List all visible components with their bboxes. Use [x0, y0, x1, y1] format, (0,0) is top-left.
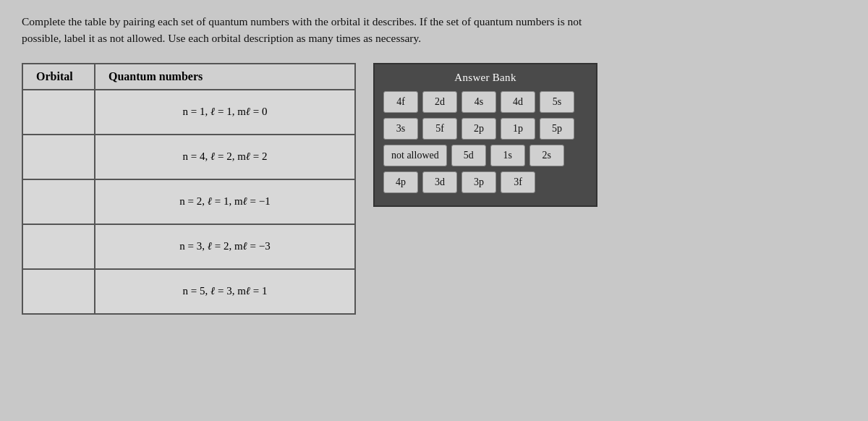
answer-tile[interactable]: 3p [461, 171, 496, 193]
orbital-cell[interactable] [22, 269, 95, 314]
answer-tile[interactable]: 3s [383, 118, 418, 140]
answer-tile[interactable]: 2p [461, 118, 496, 140]
orbital-table: Orbital Quantum numbers n = 1, ℓ = 1, mℓ… [22, 63, 356, 315]
quantum-cell: n = 4, ℓ = 2, mℓ = 2 [95, 135, 355, 179]
answer-tile[interactable]: 2d [422, 91, 457, 113]
answer-bank-title: Answer Bank [383, 72, 587, 84]
table-row: n = 5, ℓ = 3, mℓ = 1 [22, 269, 355, 314]
orbital-cell[interactable] [22, 135, 95, 179]
orbital-header: Orbital [22, 64, 95, 90]
answer-bank-row: 4p3d3p3f [383, 171, 587, 193]
answer-tile[interactable]: not allowed [383, 145, 447, 166]
answer-tile[interactable]: 4s [461, 91, 496, 113]
quantum-cell: n = 1, ℓ = 1, mℓ = 0 [95, 90, 355, 135]
quantum-cell: n = 3, ℓ = 2, mℓ = −3 [95, 224, 355, 269]
table-row: n = 1, ℓ = 1, mℓ = 0 [22, 90, 355, 135]
answer-bank-rows: 4f2d4s4d5s3s5f2p1p5pnot allowed5d1s2s4p3… [383, 91, 587, 193]
answer-tile[interactable]: 4d [501, 91, 535, 113]
answer-bank-row: not allowed5d1s2s [383, 145, 587, 166]
table-row: n = 4, ℓ = 2, mℓ = 2 [22, 135, 355, 179]
quantum-cell: n = 5, ℓ = 3, mℓ = 1 [95, 269, 355, 314]
answer-tile[interactable]: 5p [540, 118, 574, 140]
answer-tile[interactable]: 5f [422, 118, 457, 140]
answer-tile[interactable]: 1s [490, 145, 525, 166]
orbital-cell[interactable] [22, 179, 95, 224]
quantum-header: Quantum numbers [95, 64, 355, 90]
instructions: Complete the table by pairing each set o… [22, 13, 854, 47]
answer-tile[interactable]: 2s [529, 145, 564, 166]
table-row: n = 2, ℓ = 1, mℓ = −1 [22, 179, 355, 224]
quantum-cell: n = 2, ℓ = 1, mℓ = −1 [95, 179, 355, 224]
table-row: n = 3, ℓ = 2, mℓ = −3 [22, 224, 355, 269]
answer-tile[interactable]: 5d [451, 145, 486, 166]
main-layout: Orbital Quantum numbers n = 1, ℓ = 1, mℓ… [22, 63, 854, 315]
answer-bank-row: 4f2d4s4d5s [383, 91, 587, 113]
orbital-cell[interactable] [22, 224, 95, 269]
answer-tile[interactable]: 5s [540, 91, 574, 113]
answer-bank-row: 3s5f2p1p5p [383, 118, 587, 140]
answer-tile[interactable]: 4p [383, 171, 418, 193]
answer-bank: Answer Bank 4f2d4s4d5s3s5f2p1p5pnot allo… [373, 63, 597, 207]
answer-tile[interactable]: 3d [422, 171, 457, 193]
answer-tile[interactable]: 3f [501, 171, 535, 193]
answer-tile[interactable]: 4f [383, 91, 418, 113]
orbital-cell[interactable] [22, 90, 95, 135]
answer-tile[interactable]: 1p [501, 118, 535, 140]
